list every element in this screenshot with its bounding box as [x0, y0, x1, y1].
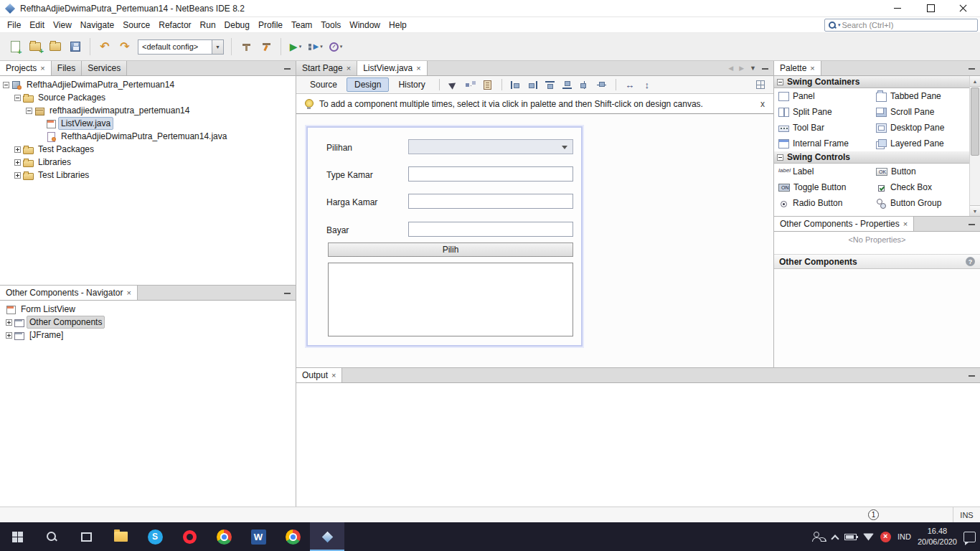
palette-item-tabbed-pane[interactable]: Tabbed Pane: [872, 88, 969, 104]
palette-item-tool-bar[interactable]: Tool Bar: [774, 120, 872, 136]
close-icon[interactable]: [416, 65, 420, 72]
redo-button[interactable]: ↷: [116, 37, 134, 57]
start-button[interactable]: [0, 522, 34, 551]
tree-row-project[interactable]: RefthaAdjieDwimaPutra_Pertemuan14: [0, 78, 296, 91]
minimize-panel-icon[interactable]: [762, 65, 768, 72]
chevron-down-icon[interactable]: ▼: [212, 40, 223, 54]
palette-item-panel[interactable]: Panel: [774, 88, 872, 104]
form-button-pilih[interactable]: Pilih: [328, 242, 573, 257]
chevron-up-icon[interactable]: [831, 534, 838, 540]
palette-item-button[interactable]: Button: [872, 164, 969, 179]
form-textfield-harga-kamar[interactable]: [408, 194, 573, 209]
palette-item-desktop-pane[interactable]: Desktop Pane: [872, 120, 969, 136]
scroll-tabs-right-icon[interactable]: ▶: [739, 65, 744, 72]
tree-row-jframe[interactable]: [JFrame]: [0, 329, 296, 342]
tree-row-package[interactable]: refthaadjiedwimaputra_pertemuan14: [0, 104, 296, 117]
collapse-expander-icon[interactable]: [777, 154, 783, 161]
palette-item-label[interactable]: Label: [774, 164, 872, 179]
menu-help[interactable]: Help: [385, 18, 411, 32]
connection-mode-button[interactable]: [463, 77, 479, 92]
sync-error-icon[interactable]: [880, 532, 891, 542]
design-canvas[interactable]: Pilihan Type Kamar Harga Kamar Bayar Pil…: [296, 114, 773, 367]
palette-item-split-pane[interactable]: Split Pane: [774, 104, 872, 120]
menu-run[interactable]: Run: [196, 18, 220, 32]
menu-tools[interactable]: Tools: [316, 18, 345, 32]
chrome-button[interactable]: [207, 522, 241, 551]
design-form-jframe[interactable]: Pilihan Type Kamar Harga Kamar Bayar Pil…: [306, 126, 583, 347]
profile-project-button[interactable]: ▾: [326, 37, 345, 57]
collapse-expander-icon[interactable]: [26, 108, 32, 114]
palette-item-radio-button[interactable]: Radio Button: [774, 195, 872, 211]
config-dropdown[interactable]: <default config> ▼: [138, 39, 224, 55]
chevron-down-icon[interactable]: ▾: [320, 44, 323, 50]
new-project-button[interactable]: [26, 37, 44, 57]
expand-expander-icon[interactable]: [6, 332, 12, 339]
chevron-down-icon[interactable]: ▾: [340, 44, 343, 50]
search-input[interactable]: [842, 21, 974, 29]
tree-row-other-components[interactable]: Other Components: [0, 316, 296, 329]
view-history-button[interactable]: History: [390, 77, 433, 92]
expand-expander-icon[interactable]: [14, 146, 21, 153]
minimize-button[interactable]: [881, 0, 914, 17]
same-width-button[interactable]: ↔: [622, 77, 638, 92]
save-all-button[interactable]: [66, 37, 85, 57]
scroll-down-icon[interactable]: ▼: [970, 205, 980, 216]
tab-files[interactable]: Files: [52, 61, 82, 75]
collapse-expander-icon[interactable]: [777, 79, 783, 85]
tab-list-dropdown-icon[interactable]: ▼: [750, 65, 756, 72]
palette-section-swing-controls[interactable]: Swing Controls: [774, 151, 969, 164]
menu-edit[interactable]: Edit: [25, 18, 49, 32]
action-center-icon[interactable]: [963, 532, 976, 542]
scroll-up-icon[interactable]: ▲: [970, 76, 980, 87]
minimize-panel-icon[interactable]: [969, 65, 975, 72]
collapse-expander-icon[interactable]: [3, 82, 9, 88]
form-textfield-type-kamar[interactable]: [408, 166, 573, 182]
align-right-button[interactable]: [525, 77, 541, 92]
palette-item-layered-pane[interactable]: Layered Pane: [872, 136, 969, 151]
close-icon[interactable]: [347, 65, 351, 72]
same-height-button[interactable]: ↕: [639, 77, 655, 92]
close-button[interactable]: [947, 0, 980, 17]
selection-mode-button[interactable]: [446, 77, 461, 92]
view-source-button[interactable]: Source: [302, 77, 345, 92]
clean-build-button[interactable]: [257, 37, 275, 57]
form-label-harga-kamar[interactable]: Harga Kamar: [326, 197, 377, 207]
skype-button[interactable]: S: [138, 522, 172, 551]
palette-item-button-group[interactable]: Button Group: [872, 195, 969, 211]
tree-row-libraries[interactable]: Libraries: [0, 156, 296, 169]
word-button[interactable]: W: [241, 522, 275, 551]
tab-services[interactable]: Services: [82, 61, 127, 75]
menu-team[interactable]: Team: [287, 18, 316, 32]
maximize-button[interactable]: [914, 0, 947, 17]
split-view-button[interactable]: [749, 77, 765, 92]
tab-properties[interactable]: Other Components - Properties: [774, 217, 914, 231]
tree-row-main-java[interactable]: RefthaAdjieDwimaPutra_Pertemuan14.java: [0, 130, 296, 143]
form-label-bayar[interactable]: Bayar: [326, 225, 349, 235]
menu-view[interactable]: View: [49, 18, 76, 32]
menu-window[interactable]: Window: [345, 18, 385, 32]
palette-item-check-box[interactable]: Check Box: [872, 179, 969, 195]
expand-expander-icon[interactable]: [6, 319, 12, 326]
tree-row-form-listview[interactable]: Form ListView: [0, 303, 296, 316]
language-indicator[interactable]: IND: [897, 532, 911, 541]
file-explorer-button[interactable]: [103, 522, 138, 551]
minimize-panel-icon[interactable]: [969, 372, 975, 379]
menu-file[interactable]: File: [3, 18, 25, 32]
people-icon[interactable]: [812, 532, 825, 542]
form-textarea[interactable]: [328, 263, 573, 336]
center-vertical-button[interactable]: [594, 77, 610, 92]
minimize-panel-icon[interactable]: [969, 221, 975, 227]
palette-item-toggle-button[interactable]: Toggle Button: [774, 179, 872, 195]
run-project-button[interactable]: ▶▾: [286, 37, 305, 57]
chevron-down-icon[interactable]: ▾: [838, 22, 841, 28]
close-icon[interactable]: [760, 99, 765, 109]
palette-item-internal-frame[interactable]: Internal Frame: [774, 136, 872, 151]
help-icon[interactable]: [966, 257, 975, 266]
form-label-type-kamar[interactable]: Type Kamar: [326, 170, 373, 180]
battery-icon[interactable]: [844, 534, 857, 540]
align-bottom-button[interactable]: [560, 77, 575, 92]
tab-projects[interactable]: Projects: [0, 61, 52, 75]
form-textfield-bayar[interactable]: [408, 222, 573, 237]
menu-navigate[interactable]: Navigate: [76, 18, 118, 32]
taskbar-search-button[interactable]: [34, 522, 69, 551]
